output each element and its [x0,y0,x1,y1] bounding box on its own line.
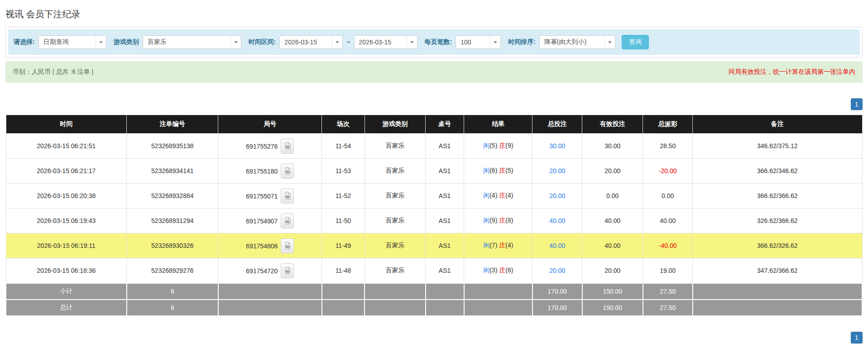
query-button[interactable]: 查询 [622,35,649,49]
video-icon[interactable] [281,189,294,203]
cell-time: 2026-03-15 06:18:36 [6,258,127,284]
result-player-score: (6) [489,167,497,174]
footer-total-bet: 170.00 [532,300,582,316]
cell-payout: -20.00 [643,159,693,184]
cell-bet-number: 523268934141 [127,159,218,184]
sort-order-select[interactable]: 降幂(由大到小) [539,35,615,49]
cell-note: 366.62/346.62 [693,159,863,184]
cell-payout: 19.00 [643,258,693,284]
column-header-9: 总派彩 [643,115,693,134]
cell-result: 闲(5) 庄(9) [464,134,532,159]
result-banker-label: 庄 [499,167,505,174]
result-banker-label: 庄 [499,242,505,249]
footer-empty [364,300,425,316]
cell-game-type: 百家乐 [364,258,425,284]
cell-table-number: AS1 [426,159,464,184]
date-to-value: 2026-03-15 [355,36,407,48]
cell-total-bet: 40.00 [532,208,582,233]
page-title: 视讯 会员下注纪录 [5,8,863,20]
summary-note: 同局有效投注，统一计算在该局第一张注单内 [729,68,855,76]
query-type-value: 日期查询 [39,36,96,48]
game-type-select[interactable]: 百家乐 [143,35,241,49]
page-size-label: 每页笔数: [425,38,452,46]
date-from-select[interactable]: 2026-03-15 [279,35,343,49]
table-row: 2026-03-15 06:19:43523268931294691754907… [6,208,862,233]
cell-payout: -40.00 [643,233,693,258]
cell-note: 346.62/375.12 [693,134,863,159]
footer-payout: 27.50 [643,283,693,300]
total-bet-link[interactable]: 20.00 [549,267,565,274]
cell-note: 326.62/366.62 [693,208,863,233]
total-bet-link[interactable]: 40.00 [549,217,565,224]
cell-game-type: 百家乐 [364,233,425,258]
page-size-select[interactable]: 100 [456,35,501,49]
cell-result: 闲(6) 庄(5) [464,159,532,184]
round-number-text: 691755071 [246,192,278,199]
video-icon[interactable] [281,238,294,253]
cell-table-number: AS1 [426,233,464,258]
sort-order-value: 降幂(由大到小) [540,36,604,48]
result-banker-label: 庄 [499,142,505,149]
footer-valid-bet: 150.00 [582,283,643,300]
footer-empty [426,300,464,316]
column-header-5: 桌号 [426,115,464,134]
footer-count: 6 [127,283,218,300]
cell-game-type: 百家乐 [364,184,425,208]
chevron-down-icon [407,36,417,48]
cell-bet-number: 523268931294 [127,208,218,233]
page-1-button[interactable]: 1 [851,98,863,110]
footer-payout: 27.50 [643,300,693,316]
footer-empty [364,283,425,300]
cell-game-type: 百家乐 [364,208,425,233]
table-header-row: 时间注单编号局号场次游戏类别桌号结果总投注有效投注总派彩备注 [6,115,862,134]
footer-empty [322,283,365,300]
total-bet-link[interactable]: 20.00 [549,167,565,174]
cell-time: 2026-03-15 06:21:17 [6,159,127,184]
cell-time: 2026-03-15 06:19:11 [6,233,127,258]
cell-result: 闲(3) 庄(6) [464,258,532,284]
video-icon[interactable] [281,263,294,278]
cell-table-number: AS1 [426,258,464,284]
page-1-button[interactable]: 1 [851,332,863,344]
chevron-down-icon [604,36,615,48]
page: 视讯 会员下注纪录 请选择: 日期查询 游戏类别 百家乐 时间区间: 2026-… [0,0,868,348]
result-banker-label: 庄 [499,217,505,224]
cell-total-bet: 20.00 [532,258,582,284]
column-header-1: 注单编号 [127,115,218,134]
total-bet-link[interactable]: 30.00 [549,142,565,150]
cell-bet-number: 523268930326 [127,233,218,258]
result-player-score: (9) [489,217,497,224]
cell-payout: 0.00 [643,184,693,208]
query-type-select[interactable]: 日期查询 [38,35,106,49]
page-size-value: 100 [456,36,490,48]
chevron-down-icon [96,36,106,48]
cell-valid-bet: 40.00 [582,208,643,233]
total-bet-link[interactable]: 20.00 [549,192,565,199]
video-icon[interactable] [281,213,294,228]
column-header-2: 局号 [218,115,322,134]
cell-session: 11-48 [322,258,365,284]
table-row: 2026-03-15 06:19:11523268930326691754808… [6,233,862,258]
footer-empty [464,283,532,300]
cell-round-number: 691755276 [218,134,322,159]
date-from-value: 2026-03-15 [280,36,332,48]
cell-round-number: 691754720 [218,258,322,284]
footer-empty [322,300,365,316]
cell-round-number: 691754907 [218,208,322,233]
date-to-select[interactable]: 2026-03-15 [354,35,417,49]
cell-result: 闲(9) 庄(8) [464,208,532,233]
round-number-text: 691755276 [246,142,278,150]
table-row: 2026-03-15 06:21:17523268934141691755180… [6,159,862,184]
column-header-10: 备注 [693,115,863,134]
chevron-down-icon [490,36,500,48]
cell-result: 闲(4) 庄(4) [464,184,532,208]
summary-text: 币别：人民币 | 总共 :6 注单 | [13,68,93,76]
video-icon[interactable] [281,164,294,179]
cell-bet-number: 523268932884 [127,184,218,208]
cell-total-bet: 20.00 [532,184,582,208]
footer-label: 总计 [6,300,127,316]
total-bet-link[interactable]: 40.00 [549,242,565,249]
table-row: 2026-03-15 06:21:51523268935138691755276… [6,134,862,159]
cell-table-number: AS1 [426,134,464,159]
video-icon[interactable] [281,139,294,154]
